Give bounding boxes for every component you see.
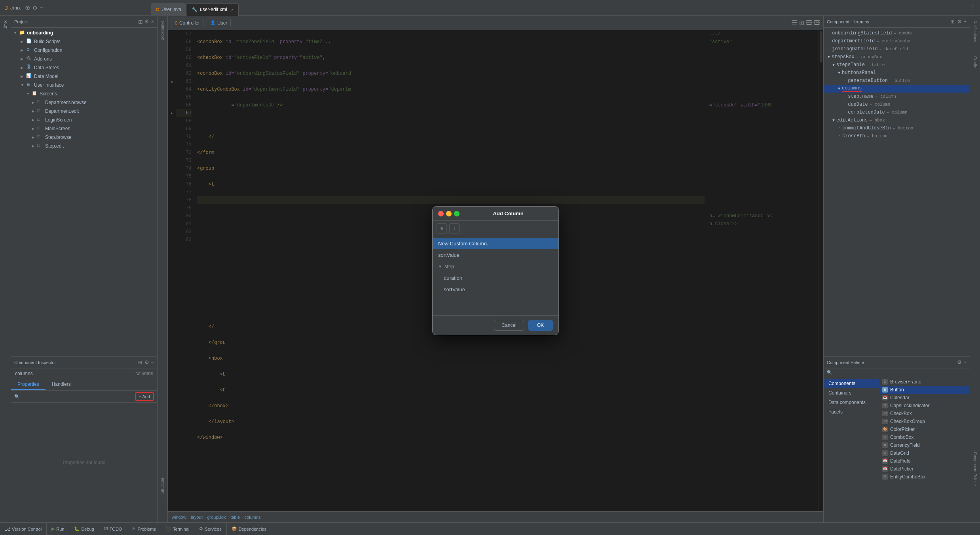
h-item-step-name[interactable]: · step.name – column	[824, 93, 970, 101]
tree-item-step-edit[interactable]: ▶ □ Step.edit	[11, 142, 157, 150]
breadcrumb-window[interactable]: window	[172, 515, 186, 520]
palette-item-currencyfield[interactable]: $ CurrencyField	[879, 441, 970, 449]
hierarchy-expand-icon[interactable]: ⊞	[950, 19, 955, 25]
minimize-icon[interactable]: −	[40, 4, 44, 11]
tree-item-configuration[interactable]: ▶ ⚙ Configuration	[11, 46, 157, 55]
traffic-green[interactable]	[454, 211, 460, 216]
breadcrumb-columns[interactable]: columns	[245, 515, 261, 520]
view-grid-icon[interactable]: ⊞	[799, 19, 804, 27]
palette-item-button[interactable]: B Button	[879, 386, 970, 394]
palette-item-checkboxgroup[interactable]: ☑ CheckBoxGroup	[879, 417, 970, 425]
inspector-layout-icon[interactable]: ⊞	[138, 360, 142, 365]
tree-item-data-stores[interactable]: ▶ 🗄 Data Stores	[11, 63, 157, 72]
status-problems[interactable]: ⚠ Problems	[127, 523, 161, 535]
structure-label[interactable]: Structure	[159, 474, 166, 497]
palette-item-capslock[interactable]: ⇪ CapsLockIndicator	[879, 402, 970, 410]
component-palette-side-label[interactable]: Component Palette	[971, 449, 979, 489]
status-dependencies[interactable]: 📦 Dependencies	[227, 523, 271, 535]
tab-user-edit-xml[interactable]: 🔧 user-edit.xml ×	[187, 3, 239, 16]
nav-icon[interactable]: ⊕	[25, 4, 30, 11]
status-version-control[interactable]: ⎇ Version Control	[0, 523, 47, 535]
h-item-due-date[interactable]: · dueDate – column	[824, 101, 970, 108]
h-item-edit-actions[interactable]: ▼ editActions – hbox	[824, 116, 970, 124]
tree-item-addons[interactable]: ▶ 🔌 Add-ons	[11, 55, 157, 63]
inspector-gear-icon[interactable]: ⚙	[144, 359, 149, 365]
add-button[interactable]: + Add	[135, 392, 154, 401]
view-list-icon[interactable]: ☰	[791, 19, 798, 27]
palette-item-datefield[interactable]: 📅 DateField	[879, 457, 970, 465]
tree-item-data-model[interactable]: ▶ 📊 Data Model	[11, 72, 157, 81]
h-item-close-btn[interactable]: · closeBtn – button	[824, 132, 970, 140]
h-item-department[interactable]: · departmentField – entityCombo	[824, 37, 970, 45]
bookmarks-label[interactable]: Bookmarks	[159, 17, 166, 44]
h-item-buttons-panel[interactable]: ▼ buttonsPanel	[824, 69, 970, 77]
project-gear-icon[interactable]: ⚙	[144, 19, 149, 25]
ok-button[interactable]: OK	[528, 320, 553, 331]
h-item-completed-date[interactable]: · completedDate – column	[824, 108, 970, 116]
inspector-close-icon[interactable]: −	[151, 359, 154, 365]
gradle-label[interactable]: Gradle	[971, 53, 979, 71]
palette-cat-facets[interactable]: Facets	[824, 407, 879, 417]
palette-item-entitycombobox[interactable]: ▽ EntityComboBox	[879, 473, 970, 481]
overflow-icon[interactable]: ⋮	[969, 4, 975, 11]
project-expand-icon[interactable]: ⊞	[138, 19, 143, 25]
palette-item-datagrid[interactable]: ⊞ DataGrid	[879, 449, 970, 457]
project-close-icon[interactable]: ×	[151, 19, 154, 25]
status-services[interactable]: ⚙ Services	[194, 523, 226, 535]
breadcrumb-table[interactable]: table	[230, 515, 240, 520]
breadcrumb-groupbox[interactable]: groupBox	[207, 515, 226, 520]
h-item-generate-btn[interactable]: · generateButton – button	[824, 77, 970, 85]
status-todo[interactable]: ☑ TODO	[99, 523, 127, 535]
traffic-yellow[interactable]	[446, 211, 452, 216]
settings-icon[interactable]: ⚙	[32, 5, 38, 11]
tree-item-onboarding[interactable]: ▼ 📁 onboarding	[11, 28, 157, 37]
tab-user-java[interactable]: C User.java	[151, 3, 186, 16]
hierarchy-gear-icon[interactable]: ⚙	[957, 19, 962, 25]
dialog-item-step[interactable]: ▼ step	[433, 261, 558, 272]
palette-item-colorpicker[interactable]: 🎨 ColorPicker	[879, 425, 970, 433]
dialog-item-sort-value[interactable]: sortValue	[433, 249, 558, 261]
hierarchy-close-icon[interactable]: −	[963, 19, 967, 25]
tree-item-main[interactable]: ▶ □ MainScreen	[11, 124, 157, 133]
inspector-tab-handlers[interactable]: Handlers	[46, 379, 77, 390]
palette-search-input[interactable]	[834, 370, 967, 375]
notifications-label[interactable]: Notifications	[971, 17, 979, 45]
tree-item-build-scripts[interactable]: ▶ 📄 Build Scripts	[11, 37, 157, 46]
palette-item-datepicker[interactable]: 📅 DatePicker	[879, 465, 970, 473]
sort-za-btn[interactable]: ⁞	[449, 223, 460, 233]
traffic-red[interactable]	[438, 211, 444, 216]
sort-az-btn[interactable]: ≡	[437, 223, 447, 233]
palette-close-icon[interactable]: −	[963, 359, 967, 365]
tree-item-ui[interactable]: ▼ 🖥 User Interface	[11, 81, 157, 89]
palette-cat-data[interactable]: Data components	[824, 398, 879, 407]
dialog-item-sortvalue-nested[interactable]: sortValue	[433, 284, 558, 295]
h-item-commit-close[interactable]: · commitAndCloseBtn – button	[824, 124, 970, 132]
breadcrumb-layout[interactable]: layout	[191, 515, 202, 520]
tree-item-dept-edit[interactable]: ▶ □ Department.edit	[11, 107, 157, 116]
palette-item-checkbox[interactable]: ☑ CheckBox	[879, 410, 970, 417]
tree-item-screens[interactable]: ▼ 📋 Screens	[11, 89, 157, 98]
palette-item-calendar[interactable]: 📅 Calendar	[879, 394, 970, 402]
h-item-joining-date[interactable]: · joiningDateField – dateField	[824, 45, 970, 53]
cancel-button[interactable]: Cancel	[494, 320, 524, 331]
h-item-steps-box[interactable]: ▼ stepsBox – groupBox	[824, 53, 970, 61]
h-item-steps-table[interactable]: ▼ stepsTable – table	[824, 61, 970, 69]
palette-cat-components[interactable]: Components	[824, 379, 879, 388]
user-btn[interactable]: 👤 User	[207, 19, 231, 27]
h-item-columns[interactable]: ▼ columns	[824, 85, 970, 93]
view-img-icon[interactable]: 🖼	[806, 19, 812, 27]
palette-item-browserframe[interactable]: ⊡ BrowserFrame	[879, 378, 970, 386]
dialog-item-new-custom[interactable]: New Custom Column...	[433, 238, 558, 249]
inspector-search-input[interactable]	[22, 394, 133, 399]
status-run[interactable]: ▶ Run	[47, 523, 69, 535]
tab-close-icon[interactable]: ×	[231, 7, 234, 12]
tree-item-login[interactable]: ▶ □ LoginScreen	[11, 116, 157, 124]
tree-item-step-browse[interactable]: ▶ □ Step.browse	[11, 133, 157, 142]
jmix-label[interactable]: Jmix	[2, 19, 9, 30]
controller-btn[interactable]: C Controller	[171, 19, 203, 27]
view-code-icon[interactable]: 🖼	[814, 19, 820, 27]
palette-item-combobox[interactable]: ▽ ComboBox	[879, 433, 970, 441]
dialog-item-duration[interactable]: duration	[433, 272, 558, 284]
palette-cat-containers[interactable]: Containers	[824, 388, 879, 398]
h-item-onboarding-status[interactable]: · onboardingStatusField – combo	[824, 29, 970, 37]
